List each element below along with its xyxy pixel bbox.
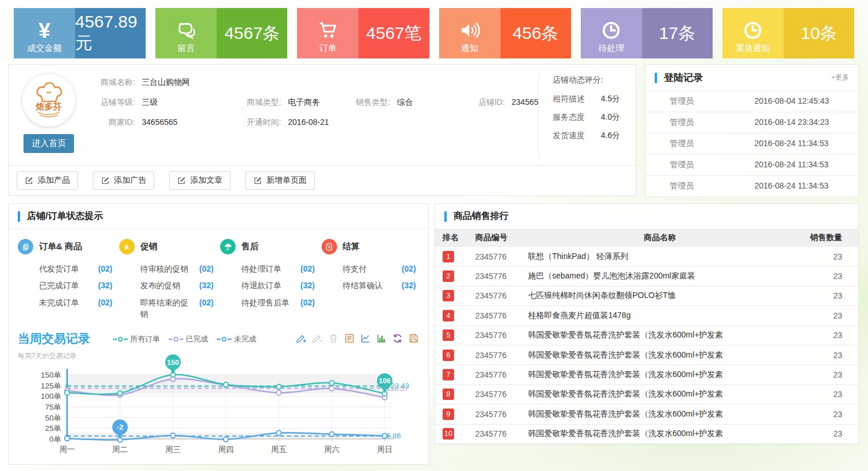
ranking-table-header: 排名 商品编号 商品名称 销售数量 [435,229,858,247]
status-item[interactable]: 待审核的促销(02) [140,263,214,274]
stat-card-label: 成交金额 [28,43,62,54]
action-button[interactable]: 添加广告 [93,171,154,190]
svg-text:周五: 周五 [271,445,287,454]
svg-text:125单: 125单 [41,382,61,390]
status-item[interactable]: 发布的促销(32) [140,280,214,291]
line-chart-icon[interactable] [360,333,371,344]
status-item-label: 待处理售后单 [241,297,290,308]
stat-card-label: 紧急通知 [736,43,770,54]
edit-remove-icon[interactable] [312,333,323,344]
settle-icon [322,239,337,254]
store-type-field: 商城类型: 电子商务 [235,97,344,108]
ranking-table-row[interactable]: 82345776韩国爱敬挚爱香氛花香洗护套装（洗发水600ml+护发素23 [435,385,858,405]
edit-add-icon [296,333,307,344]
docs-icon [18,239,33,254]
status-item-count[interactable]: (02) [402,263,416,274]
stat-card-icon [459,18,480,42]
settle-icon [324,242,334,252]
legend-item[interactable]: 所有订单 [113,334,160,344]
status-group-header: 订单& 商品 [18,239,119,254]
ranking-table-row[interactable]: 12345776联想（ThinkPad） 轻薄系列23 [435,247,858,266]
dashboard-page: ¥成交金额4567.89元留言4567条订单4567笔通知456条待处理17条紧… [0,0,868,471]
status-item[interactable]: 待支付(02) [343,263,416,274]
product-code: 2345776 [475,291,528,300]
action-button[interactable]: 新增单页面 [245,171,315,190]
status-item-count[interactable]: (32) [200,280,214,291]
svg-text:周三: 周三 [165,445,181,454]
status-item-count[interactable]: (02) [300,297,315,308]
status-item-count[interactable]: (32) [402,280,416,291]
status-item[interactable]: 待处理售后单(02) [241,297,315,308]
status-item-count[interactable]: (32) [300,280,315,291]
edit-square-icon [101,176,110,185]
status-item-count[interactable]: (02) [200,263,214,274]
stat-card[interactable]: 通知456条 [439,8,571,58]
ranking-table-row[interactable]: 42345776桂格即食燕麦片超值装1478g23 [435,306,858,325]
legend-item[interactable]: 已完成 [169,334,208,344]
status-item-count[interactable]: (02) [98,263,112,274]
status-group-header: 促促销 [119,239,221,254]
action-button[interactable]: 添加文章 [169,171,230,190]
status-item-count[interactable]: (32) [98,280,112,291]
ranking-panel-title: 商品销售排行 [453,210,509,222]
stat-card-icon [176,18,197,42]
enter-home-button[interactable]: 进入首页 [24,134,74,153]
store-ratings: 店铺动态评分: 相符描述 4.5分 服务态度 4.0分 发货速度 4.6分 [538,74,636,159]
weekly-transactions-chart: 150单125单100单75单50单25单0单周一周二周三周四周五周六周日123… [18,359,420,461]
status-item[interactable]: 代发货订单(02) [39,263,112,274]
bar-chart-icon[interactable] [376,333,387,344]
status-item-count[interactable]: (02) [98,297,112,308]
ranking-table-row[interactable]: 62345776韩国爱敬挚爱香氛花香洗护套装（洗发水600ml+护发素23 [435,346,858,365]
edit-add-icon[interactable] [296,333,307,344]
ranking-table-row[interactable]: 92345776韩国爱敬挚爱香氛花香洗护套装（洗发水600ml+护发素23 [435,405,858,424]
product-name: 韩国爱敬挚爱香氛花香洗护套装（洗发水600ml+护发素 [528,350,792,360]
svg-text:100单: 100单 [41,392,61,401]
chart-area: 150单125单100单75单50单25单0单周一周二周三周四周五周六周日123… [9,354,428,463]
stat-card[interactable]: ¥成交金额4567.89元 [14,8,146,58]
speaker-icon [459,20,480,41]
product-qty: 23 [792,351,858,360]
status-item[interactable]: 未完成订单(02) [39,297,112,308]
status-item-label: 即将结束的促销 [140,297,196,320]
ranking-table-row[interactable]: 22345776施巴（sebamed）婴儿泡泡沐浴露200ml家庭装23 [435,266,858,286]
stat-card[interactable]: 待处理17条 [581,8,713,58]
delete-icon[interactable] [328,333,339,344]
rating-row: 相符描述 4.5分 [553,94,636,104]
legend-item[interactable]: 未完成 [217,334,256,344]
login-user: 管理员 [670,160,754,170]
ranking-table-row[interactable]: 52345776韩国爱敬挚爱香氛花香洗护套装（洗发水600ml+护发素23 [435,326,858,346]
stat-card[interactable]: 留言4567条 [155,8,287,58]
status-item[interactable]: 待退款订单(32) [241,280,315,291]
save-icon[interactable] [408,333,419,344]
action-button-label: 添加文章 [190,175,222,186]
stat-card[interactable]: 紧急通知10条 [722,8,854,58]
status-item[interactable]: 已完成订单(32) [39,280,112,291]
stat-card-icon [742,18,763,42]
ranking-table-row[interactable]: 102345776韩国爱敬挚爱香氛花香洗护套装（洗发水600ml+护发素23 [435,425,858,444]
action-button-label: 添加广告 [114,175,146,186]
ranking-table-row[interactable]: 72345776韩国爱敬挚爱香氛花香洗护套装（洗发水600ml+护发素23 [435,365,858,384]
ranking-table-row[interactable]: 32345776七匹狼纯棉时尚休闲条纹翻领POLO衫T恤23 [435,286,858,306]
store-logo: 焙多芬 [22,74,75,127]
svg-text:25单: 25单 [45,424,61,433]
more-link[interactable]: +更多 [831,73,849,83]
status-item-count[interactable]: (02) [300,263,315,274]
rank-badge: 6 [443,350,454,361]
merchant-id-field: 商家ID: 34656565 [89,117,235,128]
status-item-label: 未完成订单 [39,297,79,308]
status-item[interactable]: 待处理订单(02) [241,263,315,274]
status-group-items: 待审核的促销(02)发布的促销(32)即将结束的促销(02) [140,263,221,320]
header-name: 商品名称 [528,233,792,243]
data-view-icon[interactable] [344,333,355,344]
status-item-label: 代发货订单 [39,263,79,274]
status-item[interactable]: 即将结束的促销(02) [140,297,214,320]
status-item-count[interactable]: (02) [200,297,214,320]
rank-badge: 5 [443,329,454,341]
info-row: 焙多芬 进入首页 商城名称: 三台山购物网 店铺等级: 三级 [0,58,868,197]
status-group-name: 售后 [241,241,259,252]
refresh-icon[interactable] [392,333,403,344]
status-item[interactable]: 待结算确认(32) [343,280,416,291]
stat-card[interactable]: 订单4567笔 [297,8,429,58]
action-button[interactable]: 添加产品 [17,171,78,190]
svg-text:促: 促 [124,245,129,250]
